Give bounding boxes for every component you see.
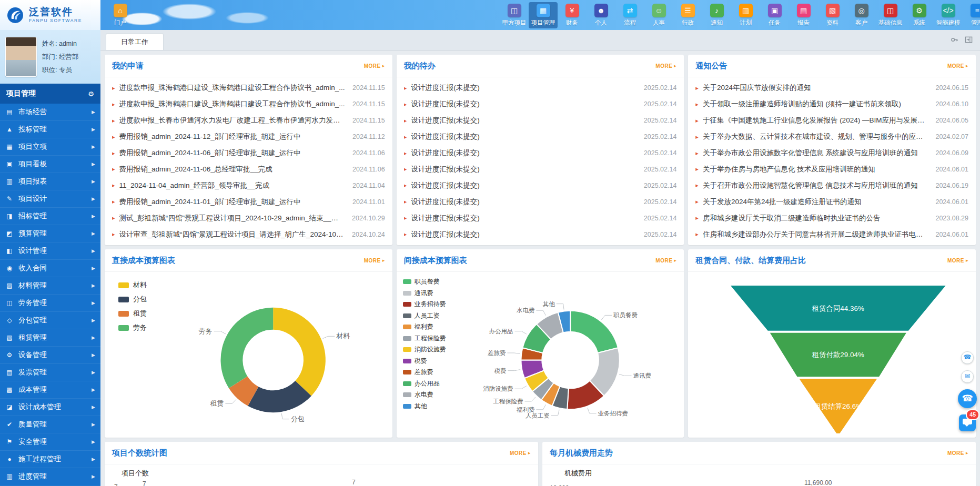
user-avatar[interactable] <box>5 37 37 77</box>
legend-item[interactable]: 通讯费 <box>403 289 446 298</box>
sidebar-item[interactable]: ▥进度管理▶ <box>0 468 100 485</box>
list-item[interactable]: ▸进度款申报_珠海鹤港口建设_珠海鹤港口建设工程合作协议书_admin_...2… <box>112 80 385 96</box>
list-item[interactable]: ▸设计审查_彭祖新城“四馆”景观工程设计项目_请选择_胡广生_2024-10-2… <box>112 226 385 242</box>
sidebar-item[interactable]: ◫劳务管理▶ <box>0 295 100 312</box>
module-item[interactable]: ◫甲方项目 <box>500 2 529 28</box>
sidebar-item[interactable]: ▲投标管理▶ <box>0 121 100 138</box>
list-item[interactable]: ▸设计进度汇报(未提交)2025.02.14 <box>404 194 677 210</box>
module-item[interactable]: ▣任务 <box>760 2 789 28</box>
nav-portal[interactable]: ⌂ 门户 <box>106 2 135 28</box>
module-item[interactable]: ¥财务 <box>558 2 587 28</box>
legend-item[interactable]: 职员餐费 <box>403 277 446 286</box>
module-item[interactable]: </>智能建模 <box>934 2 963 28</box>
donut-slice[interactable] <box>273 308 326 396</box>
legend-item[interactable]: 业务招待费 <box>403 300 446 309</box>
phone-widget-icon[interactable]: ☎ <box>961 351 974 364</box>
sidebar-item[interactable]: ▣项目看板▶ <box>0 156 100 173</box>
sidebar-item[interactable]: ◇分包管理▶ <box>0 312 100 329</box>
module-item[interactable]: ◫基础信息 <box>876 2 905 28</box>
list-item[interactable]: ▸于征集《中国建筑施工行业信息化发展报告 (2024) —BIM应用与发展》材料… <box>695 113 968 129</box>
list-item[interactable]: ▸住房和城乡建设部办公厅关于同意吉林省开展二级建造师执业证书电子化试点...20… <box>695 226 968 242</box>
list-item[interactable]: ▸进度款申报_珠海鹤港口建设_珠海鹤港口建设工程合作协议书_admin_...2… <box>112 96 385 113</box>
module-item[interactable]: ▦项目管理 <box>529 2 558 28</box>
sidebar-item[interactable]: ◉收入合同▶ <box>0 260 100 277</box>
list-item[interactable]: ▸设计进度汇报(未提交)2025.02.14 <box>404 80 677 96</box>
sidebar-item[interactable]: ◩预算管理▶ <box>0 225 100 242</box>
collapse-panel-icon[interactable] <box>965 36 973 44</box>
list-item[interactable]: ▸设计进度汇报(未提交)2025.02.14 <box>404 177 677 194</box>
list-item[interactable]: ▸费用报销_admin_2024-11-12_部门经理审批_胡建_运行中2024… <box>112 129 385 145</box>
list-item[interactable]: ▸关于召开市政公用设施智慧化管理信息 信息技术与应用培训班的通知2024.06.… <box>695 177 968 194</box>
legend-item[interactable]: 福利费 <box>403 322 446 331</box>
module-item[interactable]: ▤报告 <box>789 2 818 28</box>
sidebar-item[interactable]: ▥项目报表▶ <box>0 173 100 190</box>
list-item[interactable]: ▸关于发放2024年第24批一级建造师注册证书的通知2024.06.01 <box>695 194 968 210</box>
legend-item[interactable]: 税费 <box>403 357 446 366</box>
more-link[interactable]: MORE▸ <box>510 450 531 456</box>
machine-cost-chart[interactable]: 机械费用 12,000 11,690.00 <box>542 464 976 486</box>
sidebar-item[interactable]: ⚑安全管理▶ <box>0 433 100 451</box>
module-item[interactable]: ≡管理 <box>963 2 980 28</box>
sidebar-item[interactable]: ▧租赁管理▶ <box>0 329 100 347</box>
list-item[interactable]: ▸测试_彭祖新城“四馆”景观工程设计项目_2024-10-29_admin_结束… <box>112 210 385 226</box>
mail-widget-icon[interactable]: ✉ <box>961 370 974 383</box>
legend-item[interactable]: 水电费 <box>403 390 446 399</box>
module-item[interactable]: ◎客户 <box>847 2 876 28</box>
list-item[interactable]: ▸关于举办市政公用设施数字化管理信息 系统建设与应用培训班的通知2024.06.… <box>695 145 968 161</box>
legend-item[interactable]: 消防设施费 <box>403 345 446 354</box>
direct-cost-donut-chart[interactable]: 材料分包租赁劳务 <box>105 272 392 438</box>
list-item[interactable]: ▸费用报销_admin_2024-11-01_部门经理审批_胡建_运行中2024… <box>112 194 385 210</box>
list-item[interactable]: ▸关于举办住房与房地产信息化 技术及应用培训班的通知2024.06.01 <box>695 161 968 178</box>
chat-widget-icon[interactable]: 45 <box>959 414 976 431</box>
list-item[interactable]: ▸关于举办大数据、云计算技术在城市建设、规划、管理与服务中的应用培训班...20… <box>695 129 968 145</box>
module-item[interactable]: ⇄流程 <box>615 2 644 28</box>
service-widget-icon[interactable]: ☎ <box>958 389 977 408</box>
legend-item[interactable]: 差旅费 <box>403 368 446 377</box>
legend-item[interactable]: 其他 <box>403 402 446 411</box>
list-item[interactable]: ▸费用报销_admin_2024-11-06_部门经理审批_胡建_运行中2024… <box>112 145 385 161</box>
legend-item[interactable]: 工程保险费 <box>403 334 446 343</box>
more-link[interactable]: MORE▸ <box>364 258 385 264</box>
list-item[interactable]: ▸设计进度汇报(未提交)2025.02.14 <box>404 96 677 113</box>
more-link[interactable]: MORE▸ <box>947 63 968 69</box>
legend-item[interactable]: 人员工资 <box>403 311 446 320</box>
sidebar-item[interactable]: ✔质量管理▶ <box>0 416 100 433</box>
more-link[interactable]: MORE▸ <box>655 63 676 69</box>
sidebar-item[interactable]: ▩成本管理▶ <box>0 381 100 399</box>
legend-item[interactable]: 租赁 <box>118 309 147 318</box>
list-item[interactable]: ▸关于领取一级注册建造师培训贴的通知 (须持一建证书前来领取)2024.06.1… <box>695 96 968 113</box>
module-item[interactable]: ☻个人 <box>587 2 615 28</box>
legend-item[interactable]: 办公用品 <box>403 379 446 388</box>
module-item[interactable]: ▧资料 <box>818 2 847 28</box>
legend-item[interactable]: 材料 <box>118 280 147 290</box>
module-item[interactable]: ⚙系统 <box>905 2 934 28</box>
project-count-chart[interactable]: 项目个数 7 7 7 <box>105 464 538 486</box>
list-item[interactable]: ▸设计进度汇报(未提交)2025.02.14 <box>404 129 677 145</box>
list-item[interactable]: ▸11_2024-11-04_admin_经营部_领导审批__完成2024.11… <box>112 177 385 194</box>
more-link[interactable]: MORE▸ <box>655 258 676 264</box>
sidebar-item[interactable]: ●施工过程管理▶ <box>0 451 100 468</box>
lease-funnel-chart[interactable]: 租赁合同44.36%租赁付款29.04%租赁结算26.6% <box>688 272 976 438</box>
list-item[interactable]: ▸费用报销_admin_2024-11-06_总经理审批__完成2024.11.… <box>112 161 385 178</box>
module-item[interactable]: ♪通知 <box>702 2 731 28</box>
list-item[interactable]: ▸关于2024年国庆节放假安排的通知2024.06.15 <box>695 80 968 96</box>
legend-item[interactable]: 劳务 <box>118 323 147 332</box>
gear-icon[interactable]: ⚙ <box>88 90 94 98</box>
sidebar-item[interactable]: ⚙设备管理▶ <box>0 347 100 364</box>
more-link[interactable]: MORE▸ <box>364 63 385 69</box>
legend-item[interactable]: 分包 <box>118 295 147 304</box>
sidebar-item[interactable]: ◪设计成本管理▶ <box>0 399 100 416</box>
module-item[interactable]: ☺人事 <box>644 2 673 28</box>
sidebar-item[interactable]: ◨招标管理▶ <box>0 208 100 225</box>
sidebar-module-header[interactable]: 项目管理 ⚙ <box>0 84 100 104</box>
list-item[interactable]: ▸设计进度汇报(未提交)2025.02.14 <box>404 226 677 242</box>
donut-slice[interactable] <box>570 311 618 353</box>
module-item[interactable]: ☰行政 <box>673 2 702 28</box>
sidebar-item[interactable]: ▤市场经营▶ <box>0 104 100 121</box>
sidebar-item[interactable]: ✎项目设计▶ <box>0 190 100 208</box>
tab-daily-work[interactable]: 日常工作 <box>106 33 164 50</box>
list-item[interactable]: ▸设计进度汇报(未提交)2025.02.14 <box>404 113 677 129</box>
module-item[interactable]: ▥计划 <box>731 2 760 28</box>
sidebar-item[interactable]: ◧设计管理▶ <box>0 242 100 260</box>
list-item[interactable]: ▸设计进度汇报(未提交)2025.02.14 <box>404 210 677 226</box>
